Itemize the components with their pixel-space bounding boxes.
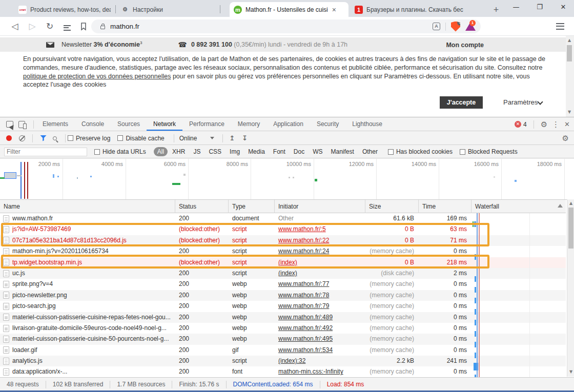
table-row[interactable]: js?id=AW-573987469(blocked:other)scriptw… xyxy=(0,224,566,235)
column-header-size[interactable]: Size xyxy=(365,200,419,213)
account-link[interactable]: Mon compte xyxy=(446,42,484,49)
export-har-icon[interactable]: ↧ xyxy=(242,134,248,142)
address-bar[interactable]: mathon.fr A 5 1 xyxy=(91,19,481,33)
device-toolbar-icon[interactable] xyxy=(18,121,25,128)
filter-chip-img[interactable]: Img xyxy=(226,147,243,156)
window-maximize-button[interactable]: ❐ xyxy=(528,0,551,15)
tab-lighthouse[interactable]: Lighthouse xyxy=(345,118,389,131)
filter-chip-css[interactable]: CSS xyxy=(205,147,225,156)
inspect-element-icon[interactable] xyxy=(6,121,13,128)
tab-application[interactable]: Application xyxy=(266,118,310,131)
column-header-waterfall[interactable]: Waterfall xyxy=(471,200,566,213)
clear-log-icon[interactable] xyxy=(19,135,25,141)
tab-security[interactable]: Security xyxy=(310,118,345,131)
table-row[interactable]: data:application/x-...200fontmathon-min.… xyxy=(0,366,566,377)
initiator-link[interactable]: www.mathon.fr/:77 xyxy=(278,280,329,287)
column-header-time[interactable]: Time xyxy=(419,200,471,213)
filter-chip-js[interactable]: JS xyxy=(190,147,204,156)
table-row[interactable]: www.mathon.fr200documentOther61.6 kB169 … xyxy=(0,213,566,224)
url-text[interactable]: mathon.fr xyxy=(110,23,433,30)
request-name-cell[interactable]: tp.widget.bootstrap.min.js xyxy=(0,257,175,268)
scroll-up-arrow[interactable]: ▲ xyxy=(567,200,574,207)
forward-button[interactable]: ▷ xyxy=(27,21,38,32)
hide-data-urls-checkbox[interactable]: Hide data URLs xyxy=(94,148,146,155)
filter-chip-font[interactable]: Font xyxy=(270,147,289,156)
initiator-link[interactable]: (index) xyxy=(278,270,297,277)
newsletter-label[interactable]: Newsletter 3% d'économie3 xyxy=(61,40,142,48)
brave-rewards-icon[interactable]: 1 xyxy=(465,22,476,31)
table-row[interactable]: sprite.png?v=4200webpwww.mathon.fr/:77(m… xyxy=(0,279,566,290)
sort-arrow-icon[interactable] xyxy=(558,204,563,208)
filter-chip-doc[interactable]: Doc xyxy=(290,147,308,156)
page-scrollbar[interactable]: ▲ ▼ xyxy=(566,36,574,117)
column-header-status[interactable]: Status xyxy=(175,200,229,213)
tab-performance[interactable]: Performance xyxy=(182,118,231,131)
preserve-log-checkbox[interactable]: Preserve log xyxy=(68,135,110,142)
sidebar-toggle-icon[interactable] xyxy=(64,24,71,35)
initiator-link[interactable]: mathon-min.css:-Infinity xyxy=(278,368,343,375)
record-button[interactable] xyxy=(6,135,12,141)
blocked-requests-checkbox[interactable]: Blocked Requests xyxy=(460,148,518,155)
request-name-cell[interactable]: picto-search.jpg xyxy=(0,301,175,312)
back-button[interactable]: ◁ xyxy=(9,21,20,32)
table-row[interactable]: materiel-cuisson-patisserie-cuisine-repa… xyxy=(0,312,566,323)
scroll-down-arrow[interactable]: ▼ xyxy=(566,109,573,116)
table-row[interactable]: picto-newsletter.png200webpwww.mathon.fr… xyxy=(0,290,566,301)
window-minimize-button[interactable]: — xyxy=(504,0,528,15)
scroll-up-arrow[interactable]: ▲ xyxy=(566,37,573,44)
request-name-cell[interactable]: js?id=AW-573987469 xyxy=(0,224,175,235)
request-name-cell[interactable]: 07c71a05e321ba14d87c81d13cc2096d.js xyxy=(0,235,175,246)
initiator-link[interactable]: www.mathon.fr/:495 xyxy=(278,335,333,342)
privacy-policy-link[interactable]: politique de protection de vos données p… xyxy=(23,73,171,80)
filter-funnel-icon[interactable] xyxy=(40,135,47,141)
tab-network[interactable]: Network xyxy=(147,118,182,131)
scrollbar-thumb[interactable] xyxy=(567,45,572,61)
browser-tab-cnet[interactable]: cnetProduct reviews, how-tos, deals an xyxy=(14,2,115,17)
table-row[interactable]: 07c71a05e321ba14d87c81d13cc2096d.js(bloc… xyxy=(0,235,566,246)
browser-menu-icon[interactable] xyxy=(555,21,566,32)
timeline-selection-box[interactable] xyxy=(4,172,16,179)
table-row[interactable]: loader.gif200gifwww.mathon.fr/:534(memor… xyxy=(0,345,566,356)
initiator-link[interactable]: (index) xyxy=(278,259,297,266)
initiator-link[interactable]: www.mathon.fr/:492 xyxy=(278,324,333,332)
table-row[interactable]: tp.widget.bootstrap.min.js(blocked:other… xyxy=(0,257,566,268)
tab-sources[interactable]: Sources xyxy=(111,118,147,131)
filter-chip-other[interactable]: Other xyxy=(359,147,381,156)
request-name-cell[interactable]: data:application/x-... xyxy=(0,366,175,377)
filter-chip-manifest[interactable]: Manifest xyxy=(327,147,358,156)
scrollbar-thumb[interactable] xyxy=(568,208,573,249)
initiator-link[interactable]: www.mathon.fr/:534 xyxy=(278,346,333,354)
table-row[interactable]: mathon-min.js?v=20201106165734200scriptw… xyxy=(0,246,566,257)
table-row[interactable]: materiel-cuisson-patisserie-cuisine-50-p… xyxy=(0,334,566,344)
filter-chip-media[interactable]: Media xyxy=(244,147,269,156)
filter-chip-xhr[interactable]: XHR xyxy=(169,147,189,156)
tab-close-icon[interactable]: × xyxy=(332,6,336,13)
request-name-cell[interactable]: sprite.png?v=4 xyxy=(0,279,175,290)
tab-console[interactable]: Console xyxy=(75,118,111,131)
request-name-cell[interactable]: livraison-gratuite-domicile-59euros-code… xyxy=(0,323,175,334)
initiator-link[interactable]: www.mathon.fr/:22 xyxy=(278,237,329,244)
tab-memory[interactable]: Memory xyxy=(231,118,266,131)
request-name-cell[interactable]: materiel-cuisson-patisserie-cuisine-repa… xyxy=(0,312,175,323)
initiator-link[interactable]: www.mathon.fr/:78 xyxy=(278,292,329,299)
devtools-close-icon[interactable]: ✕ xyxy=(564,120,570,128)
lock-icon[interactable] xyxy=(100,26,105,29)
import-har-icon[interactable]: ↥ xyxy=(229,134,235,142)
initiator-link[interactable]: www.mathon.fr/:489 xyxy=(278,314,333,321)
browser-tab-gear[interactable]: ⚙Настройки xyxy=(117,2,219,17)
request-name-cell[interactable]: www.mathon.fr xyxy=(0,213,175,224)
browser-tab-one-red[interactable]: 1Браузеры и плагины. Скачать бес xyxy=(351,2,485,17)
network-settings-gear-icon[interactable]: ⚙ xyxy=(562,134,569,143)
browser-tab-mathon[interactable]: mMathon.fr - Ustensiles de cuisi× xyxy=(230,2,348,17)
initiator-link[interactable]: www.mathon.fr/:24 xyxy=(278,247,329,255)
search-icon[interactable] xyxy=(53,136,57,140)
request-name-cell[interactable]: mathon-min.js?v=20201106165734 xyxy=(0,246,175,257)
devtools-kebab-menu-icon[interactable]: ⋮ xyxy=(552,120,560,129)
request-name-cell[interactable]: loader.gif xyxy=(0,345,175,356)
cookie-settings-button[interactable]: Paramètres xyxy=(503,98,538,106)
table-scrollbar[interactable]: ▲ ▼ xyxy=(567,199,574,377)
filter-input[interactable] xyxy=(4,148,87,156)
column-header-initiator[interactable]: Initiator xyxy=(275,200,365,213)
translate-icon[interactable]: A xyxy=(433,23,440,30)
initiator-link[interactable]: www.mathon.fr/:79 xyxy=(278,302,329,310)
